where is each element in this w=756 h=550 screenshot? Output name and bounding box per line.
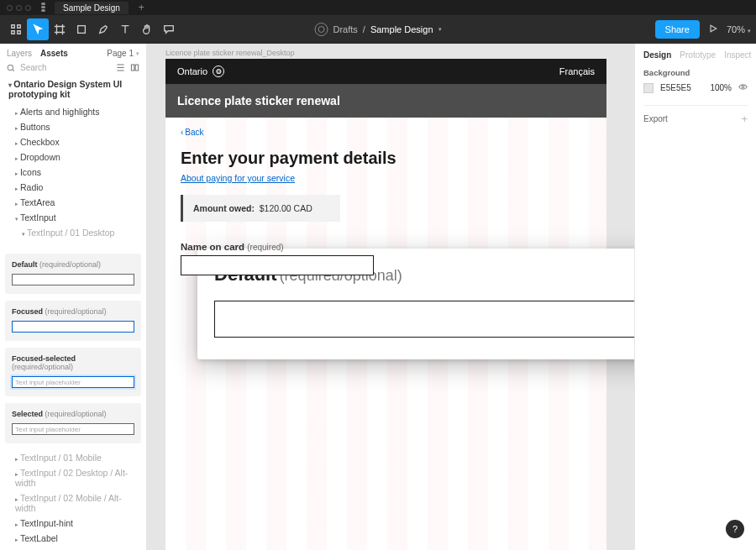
move-tool[interactable] <box>27 18 49 40</box>
document-tab[interactable]: Sample Design <box>55 2 129 14</box>
variant-suffix: (required/optional) <box>45 307 107 316</box>
breadcrumb-drafts[interactable]: Drafts <box>333 24 358 34</box>
amount-owed-callout: Amount owed: $120.00 CAD <box>181 195 340 222</box>
breadcrumb[interactable]: Drafts / Sample Design ▾ <box>315 23 442 36</box>
asset-group[interactable]: Checkbox <box>8 134 138 149</box>
breadcrumb-docname[interactable]: Sample Design <box>370 24 433 34</box>
frame-name-label[interactable]: Licence plate sticker renewal_Desktop <box>165 49 295 57</box>
tab-assets[interactable]: Assets <box>40 49 68 58</box>
site-header: Ontario ❂ Français <box>165 59 606 84</box>
asset-group[interactable]: Radio <box>8 180 138 195</box>
svg-point-1 <box>8 65 13 70</box>
tab-design[interactable]: Design <box>643 50 671 60</box>
name-on-card-label: Name on card (required) <box>181 242 591 252</box>
tab-inspect[interactable]: Inspect <box>724 50 751 60</box>
left-panel: Layers Assets Page 1 ▾ Search Ontario De… <box>0 44 147 550</box>
asset-subgroup[interactable]: TextInput / 02 Desktop / Alt-width <box>8 465 138 490</box>
trillium-logo-icon: ❂ <box>213 65 224 77</box>
visibility-toggle-icon[interactable] <box>738 82 748 93</box>
right-panel: Design Prototype Inspect Background E5E5… <box>634 44 756 550</box>
present-button[interactable] <box>708 24 718 35</box>
team-avatar-icon <box>315 23 328 36</box>
svg-rect-0 <box>78 26 86 34</box>
main-menu-button[interactable] <box>5 18 27 40</box>
share-button[interactable]: Share <box>655 20 700 39</box>
asset-group[interactable]: TextInput-hint <box>8 516 138 531</box>
name-on-card-input[interactable] <box>181 255 374 275</box>
variant-preview-input: Text input placeholder <box>12 376 134 388</box>
page-heading: Enter your payment details <box>181 149 591 168</box>
placeholder-text: Text input placeholder <box>13 377 134 388</box>
preview-input <box>214 301 634 338</box>
asset-library-root[interactable]: Ontario Design System UI prototyping kit <box>8 79 138 99</box>
back-link-label: Back <box>185 128 203 137</box>
canvas[interactable]: Licence plate sticker renewal_Desktop On… <box>147 44 634 550</box>
frame-tool[interactable] <box>49 18 71 40</box>
variant-label: Default <box>12 260 38 269</box>
pen-tool[interactable] <box>92 18 114 40</box>
tab-prototype[interactable]: Prototype <box>680 50 716 60</box>
asset-subgroup[interactable]: TextInput / 01 Mobile <box>8 450 138 465</box>
chevron-left-icon: ‹ <box>181 128 183 137</box>
add-export-button[interactable]: + <box>741 113 748 125</box>
variant-card-focused-selected[interactable]: Focused-selected (required/optional) Tex… <box>5 348 141 396</box>
help-link[interactable]: About paying for your service <box>181 173 295 183</box>
zoom-level[interactable]: 70% ▾ <box>727 24 751 34</box>
asset-group[interactable]: Alerts and highlights <box>8 104 138 119</box>
variant-suffix: (required/optional) <box>12 363 73 371</box>
bg-color-hex[interactable]: E5E5E5 <box>660 83 691 92</box>
asset-group[interactable]: Buttons <box>8 119 138 134</box>
variant-label: Focused-selected <box>12 354 76 363</box>
asset-group[interactable]: TextLabel <box>8 531 138 546</box>
chevron-down-icon: ▾ <box>136 50 139 57</box>
new-tab-button[interactable]: + <box>139 2 144 13</box>
asset-group[interactable]: TextArea <box>8 195 138 210</box>
help-fab[interactable]: ? <box>726 520 744 538</box>
asset-group[interactable]: TextInput <box>8 210 138 225</box>
asset-group[interactable]: Dropdown <box>8 149 138 165</box>
asset-group[interactable]: Icons <box>8 165 138 180</box>
asset-subgroup[interactable]: TextInput / 02 Mobile / Alt-width <box>8 490 138 516</box>
variant-label: Selected <box>12 410 43 418</box>
chevron-down-icon[interactable]: ▾ <box>438 26 442 33</box>
svg-point-2 <box>742 86 744 88</box>
owed-label: Amount owed: <box>193 203 255 213</box>
asset-subgroup[interactable]: TextInput / 01 Desktop <box>8 225 138 240</box>
bg-color-swatch[interactable] <box>643 83 654 93</box>
lang-toggle-link[interactable]: Français <box>559 66 595 76</box>
variant-card-selected[interactable]: Selected (required/optional) Text input … <box>5 403 141 443</box>
variant-suffix: (required/optional) <box>39 260 101 269</box>
bg-opacity[interactable]: 100% <box>710 83 732 92</box>
variant-preview-input <box>12 321 134 333</box>
variant-suffix: (required/optional) <box>45 410 107 418</box>
library-icon[interactable] <box>130 63 139 72</box>
tab-layers[interactable]: Layers <box>7 49 32 58</box>
chevron-down-icon: ▾ <box>748 28 751 34</box>
app-logo[interactable] <box>41 3 50 13</box>
variant-label: Focused <box>12 307 43 316</box>
brand-name: Ontario <box>177 66 207 76</box>
variant-preview-input: Text input placeholder <box>12 423 134 435</box>
variant-card-default[interactable]: Default (required/optional) <box>5 254 141 294</box>
text-tool[interactable] <box>114 18 136 40</box>
window-controls[interactable] <box>7 5 31 11</box>
background-section-label: Background <box>643 68 748 77</box>
search-icon <box>7 64 15 72</box>
toolbar-left <box>5 18 180 40</box>
hand-tool[interactable] <box>136 18 158 40</box>
site-subheader: Licence plate sticker renewal <box>165 84 606 118</box>
assets-search-input[interactable]: Search <box>20 63 111 72</box>
placeholder-text: Text input placeholder <box>13 424 134 435</box>
comment-tool[interactable] <box>158 18 180 40</box>
owed-value: $120.00 CAD <box>260 203 312 213</box>
back-link[interactable]: ‹ Back <box>181 128 591 137</box>
asset-group[interactable]: TextLabel <box>8 546 138 550</box>
toolbar: Drafts / Sample Design ▾ Share 70% ▾ <box>0 15 756 44</box>
page-selector[interactable]: Page 1 ▾ <box>107 49 139 58</box>
window-tabbar: Sample Design + <box>0 0 756 15</box>
list-view-icon[interactable] <box>116 63 125 72</box>
export-section-label: Export <box>643 114 668 123</box>
variant-card-focused[interactable]: Focused (required/optional) <box>5 301 141 341</box>
variant-preview-input <box>12 274 134 285</box>
shape-tool[interactable] <box>71 18 92 40</box>
